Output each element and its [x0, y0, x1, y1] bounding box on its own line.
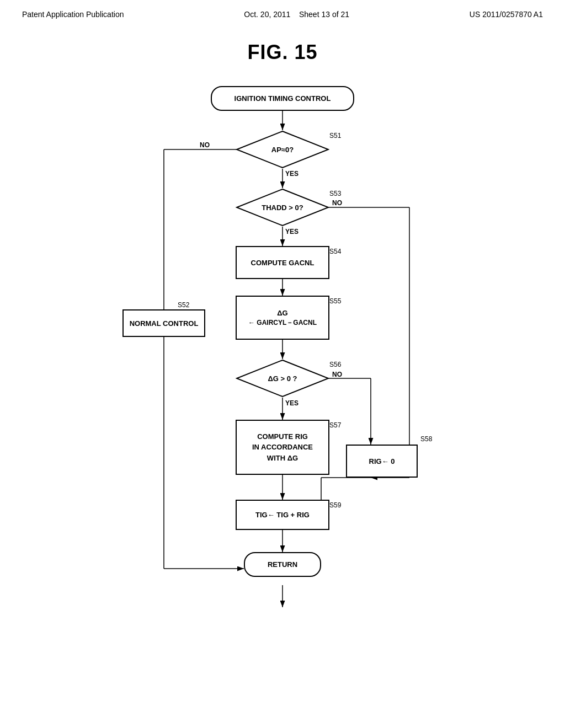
page-header: Patent Application Publication Oct. 20, … [0, 0, 565, 19]
header-center: Oct. 20, 2011 Sheet 13 of 21 [244, 10, 349, 19]
sheet-info: Sheet 13 of 21 [299, 10, 349, 19]
header-right: US 2011/0257870 A1 [470, 10, 543, 19]
s57-node: COMPUTE RIG IN ACCORDANCE WITH ΔG [236, 420, 329, 475]
s53-diamond: THADD > 0? [236, 188, 329, 227]
s51-no-label: NO [200, 141, 210, 149]
s54-label: S54 [329, 248, 341, 255]
s56-no-label: NO [332, 371, 342, 378]
s57-label: S57 [329, 421, 341, 429]
s53-label: S53 [329, 190, 341, 197]
s56-diamond: ΔG > 0 ? [236, 359, 329, 398]
s55-label: S55 [329, 297, 341, 305]
s53-no-label: NO [332, 199, 342, 207]
s52-node: NORMAL CONTROL [122, 309, 205, 337]
figure-title: FIG. 15 [0, 41, 565, 64]
s54-node: COMPUTE GACNL [236, 246, 329, 279]
start-node: IGNITION TIMING CONTROL [211, 86, 354, 111]
s55-node: ΔG ← GAIRCYL－GACNL [236, 296, 329, 340]
s51-yes-label: YES [285, 170, 299, 178]
s59-node: TIG← TIG + RIG [236, 500, 329, 530]
header-left: Patent Application Publication [22, 10, 124, 19]
s58-label: S58 [420, 435, 432, 443]
flowchart-diagram: IGNITION TIMING CONTROL AP≈0? S51 YES NO… [89, 81, 476, 676]
s59-label: S59 [329, 501, 341, 509]
s51-label: S51 [329, 132, 341, 140]
s56-yes-label: YES [285, 399, 299, 407]
end-node: RETURN [244, 552, 321, 577]
s56-label: S56 [329, 361, 341, 368]
s58-node: RIG← 0 [346, 445, 418, 478]
s52-label: S52 [178, 301, 189, 309]
s51-diamond: AP≈0? [236, 130, 329, 169]
s53-yes-label: YES [285, 228, 299, 235]
